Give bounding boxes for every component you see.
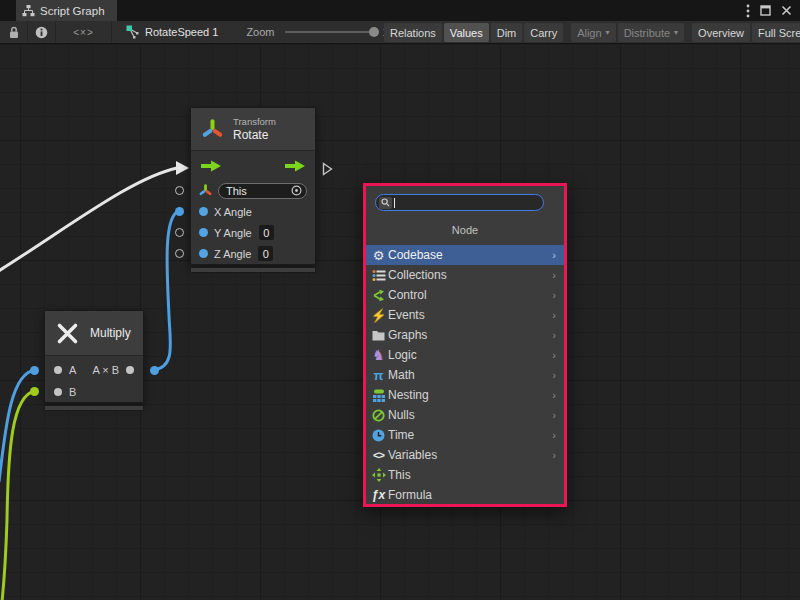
relations-button[interactable]: Relations: [384, 23, 442, 42]
carry-button[interactable]: Carry: [524, 23, 563, 42]
menu-item-label: Math: [387, 368, 552, 382]
menu-item-time[interactable]: Time›: [366, 425, 564, 445]
edit-code-button[interactable]: <×>: [56, 21, 112, 44]
menu-item-label: Nesting: [387, 388, 552, 402]
input-b-port[interactable]: [54, 388, 62, 396]
menu-item-formula[interactable]: ƒxFormula: [366, 485, 564, 505]
info-icon: [35, 26, 48, 39]
menu-item-label: Formula: [387, 488, 560, 502]
menu-item-nesting[interactable]: Nesting›: [366, 385, 564, 405]
this-object-field[interactable]: This: [218, 183, 307, 199]
close-icon[interactable]: [781, 5, 792, 16]
menu-item-codebase[interactable]: ⚙Codebase›: [366, 245, 564, 265]
tab-title: Script Graph: [40, 5, 105, 17]
menu-item-events[interactable]: ⚡Events›: [366, 305, 564, 325]
full-screen-button[interactable]: Full Screen: [752, 23, 800, 42]
formula-icon: ƒx: [370, 489, 387, 501]
graph-breadcrumb[interactable]: RotateSpeed 1: [126, 25, 218, 39]
distribute-dropdown[interactable]: Distribute▾: [618, 23, 684, 42]
node-title: Multiply: [90, 326, 131, 340]
zoom-slider[interactable]: [285, 31, 377, 33]
overview-button[interactable]: Overview: [692, 23, 750, 42]
folder-icon: [370, 330, 387, 341]
align-dropdown[interactable]: Align▾: [571, 23, 615, 42]
knight-icon: ♞: [370, 348, 387, 362]
chevron-down-icon: ▾: [674, 28, 678, 37]
x-angle-port[interactable]: [199, 207, 208, 216]
z-angle-row: Z Angle 0: [191, 243, 315, 264]
tab-bar: Script Graph: [0, 0, 800, 21]
menu-item-this[interactable]: This: [366, 465, 564, 485]
node-multiply[interactable]: Multiply A A × B B: [44, 310, 144, 403]
output-port[interactable]: [126, 366, 134, 374]
finder-header: Node: [366, 224, 564, 236]
flow-output-arrow-icon[interactable]: [284, 160, 306, 172]
y-angle-value-field[interactable]: 0: [259, 225, 274, 240]
node-graph-icon: [126, 25, 140, 39]
menu-item-label: Collections: [387, 268, 552, 282]
finder-list: ⚙Codebase›Collections›Control›⚡Events›Gr…: [366, 245, 564, 505]
transform-rotate-header[interactable]: Transform Rotate: [191, 108, 315, 151]
y-angle-port[interactable]: [199, 228, 208, 237]
node-transform-rotate[interactable]: Transform Rotate This X Angle: [190, 107, 316, 265]
info-button[interactable]: [28, 21, 56, 44]
z-angle-external-port[interactable]: [175, 249, 184, 258]
x-angle-row: X Angle: [191, 201, 315, 222]
tab-script-graph[interactable]: Script Graph: [16, 0, 117, 21]
more-menu-icon[interactable]: [746, 4, 750, 18]
input-a-port[interactable]: [54, 366, 62, 374]
graph-canvas[interactable]: Transform Rotate This X Angle: [0, 44, 800, 600]
transform-node-footer: [190, 267, 316, 273]
values-button[interactable]: Values: [444, 23, 489, 42]
multiply-icon: [55, 321, 80, 346]
multiply-b-external-port[interactable]: [30, 387, 39, 396]
menu-item-control[interactable]: Control›: [366, 285, 564, 305]
menu-item-nulls[interactable]: Nulls›: [366, 405, 564, 425]
pi-icon: π: [370, 369, 387, 382]
chevron-right-icon: ›: [552, 329, 560, 341]
menu-item-label: Graphs: [387, 328, 552, 342]
text-caret: [394, 198, 395, 208]
variables-icon: <>: [370, 450, 387, 461]
lock-button[interactable]: [0, 21, 28, 44]
z-angle-value-field[interactable]: 0: [258, 246, 273, 261]
wire-into-a: [0, 370, 35, 482]
dim-button[interactable]: Dim: [491, 23, 523, 42]
multiply-row-a: A A × B: [45, 359, 143, 381]
multiply-node-footer: [44, 405, 144, 411]
menu-item-math[interactable]: πMath›: [366, 365, 564, 385]
this-external-port[interactable]: [175, 186, 184, 195]
menu-item-logic[interactable]: ♞Logic›: [366, 345, 564, 365]
menu-item-label: Logic: [387, 348, 552, 362]
chevron-right-icon: ›: [552, 449, 560, 461]
x-angle-external-port[interactable]: [175, 207, 184, 216]
z-angle-port[interactable]: [199, 249, 208, 258]
maximize-icon[interactable]: [760, 5, 771, 16]
machine-icon: [370, 389, 387, 402]
zoom-label: Zoom: [246, 26, 274, 38]
menu-item-variables[interactable]: <>Variables›: [366, 445, 564, 465]
multiply-header[interactable]: Multiply: [45, 311, 143, 356]
chevron-right-icon: ›: [552, 269, 560, 281]
chevron-right-icon: ›: [552, 409, 560, 421]
y-angle-external-port[interactable]: [175, 228, 184, 237]
y-angle-row: Y Angle 0: [191, 222, 315, 243]
flow-arrowhead-white: [176, 161, 189, 175]
wire-flow-white: [0, 168, 177, 272]
multiply-out-external-port[interactable]: [150, 366, 159, 375]
multiply-row-b: B: [45, 381, 143, 403]
finder-search-input[interactable]: [375, 194, 544, 211]
zoom-control: Zoom 1x: [246, 26, 394, 38]
flow-input-arrow-icon[interactable]: [200, 160, 222, 172]
transform-icon: [201, 118, 224, 141]
object-picker-icon[interactable]: [291, 185, 302, 196]
wire-into-b: [2, 391, 35, 600]
menu-item-collections[interactable]: Collections›: [366, 265, 564, 285]
flow-out-triangle-icon[interactable]: [322, 162, 333, 176]
search-icon: [379, 197, 392, 209]
zoom-slider-thumb[interactable]: [369, 27, 379, 37]
node-title: Rotate: [233, 128, 276, 142]
menu-item-graphs[interactable]: Graphs›: [366, 325, 564, 345]
window-controls: [746, 0, 800, 21]
multiply-a-external-port[interactable]: [30, 366, 39, 375]
